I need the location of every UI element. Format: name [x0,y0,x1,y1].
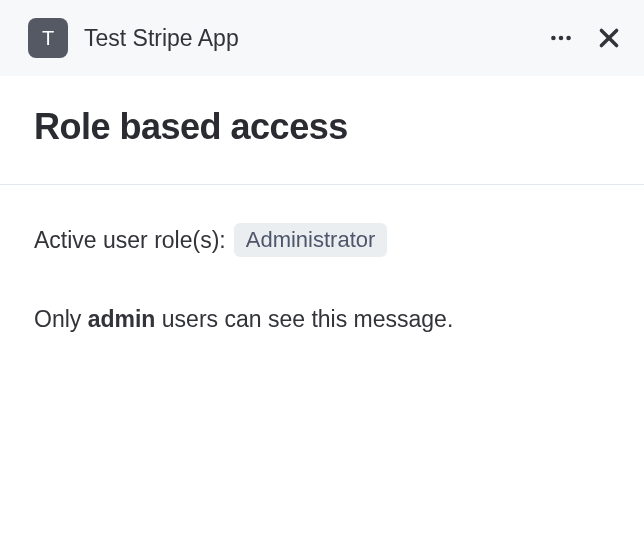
panel-header: T Test Stripe App [0,0,644,76]
app-name: Test Stripe App [84,25,532,52]
message-suffix: users can see this message. [155,306,453,332]
more-icon [548,25,574,51]
close-button[interactable] [596,25,622,51]
message-bold: admin [88,306,156,332]
svg-point-2 [566,36,571,41]
svg-point-1 [559,36,564,41]
message-prefix: Only [34,306,88,332]
header-actions [548,25,622,51]
role-label: Active user role(s): [34,227,226,254]
admin-message: Only admin users can see this message. [34,303,610,335]
role-line: Active user role(s): Administrator [34,223,610,257]
title-section: Role based access [0,76,644,185]
page-title: Role based access [34,106,610,148]
app-icon: T [28,18,68,58]
content-section: Active user role(s): Administrator Only … [0,185,644,560]
role-badge: Administrator [234,223,388,257]
app-panel: T Test Stripe App Role based access [0,0,644,560]
close-icon [596,25,622,51]
svg-point-0 [551,36,556,41]
app-icon-letter: T [42,27,54,50]
more-button[interactable] [548,25,574,51]
